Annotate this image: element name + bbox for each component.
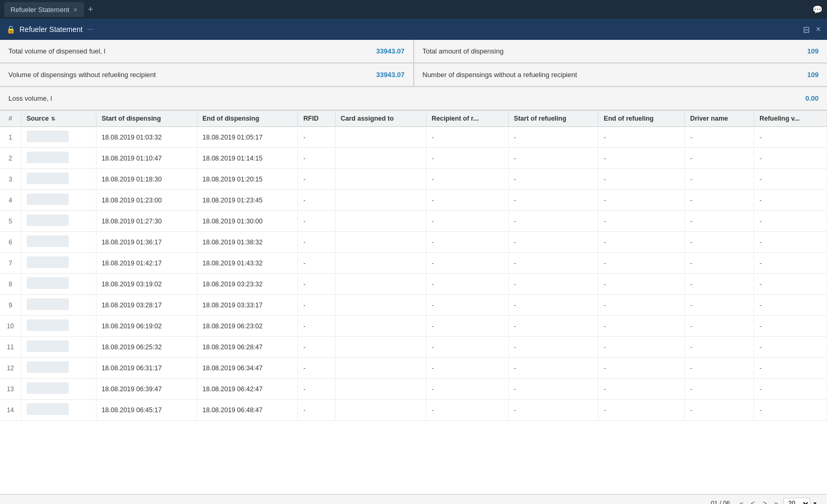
table-row: 6 18.08.2019 01:36:17 18.08.2019 01:38:3… (0, 232, 827, 253)
row-source (21, 127, 96, 148)
row-end-dispensing: 18.08.2019 03:33:17 (197, 295, 298, 316)
app-badge (87, 29, 93, 30)
row-source (21, 400, 96, 421)
row-end-dispensing: 18.08.2019 01:23:45 (197, 190, 298, 211)
row-driver-name: - (684, 400, 754, 421)
row-rfid: - (298, 253, 335, 274)
number-no-recipient-label: Number of dispensings without a refuelin… (423, 71, 577, 79)
volume-no-recipient-value: 33943.07 (376, 71, 404, 79)
row-recipient: - (426, 274, 509, 295)
source-col-label: Source (27, 115, 49, 122)
prev-page-button[interactable]: < (749, 498, 757, 505)
row-driver-name: - (684, 274, 754, 295)
row-start-dispensing: 18.08.2019 01:23:00 (96, 190, 197, 211)
row-recipient: - (426, 169, 509, 190)
volume-no-recipient-label: Volume of dispensings without refueling … (8, 71, 156, 79)
row-end-dispensing: 18.08.2019 06:34:47 (197, 358, 298, 379)
row-card-assigned (335, 295, 426, 316)
row-end-refueling: - (598, 127, 685, 148)
row-start-refueling: - (508, 316, 598, 337)
table-row: 7 18.08.2019 01:42:17 18.08.2019 01:43:3… (0, 253, 827, 274)
row-card-assigned (335, 190, 426, 211)
row-recipient: - (426, 148, 509, 169)
row-source (21, 316, 96, 337)
table-row: 3 18.08.2019 01:18:30 18.08.2019 01:20:1… (0, 169, 827, 190)
row-source (21, 232, 96, 253)
data-table-container[interactable]: # Source ⇅ Start of dispensing End of di… (0, 111, 827, 494)
row-source (21, 295, 96, 316)
row-recipient: - (426, 295, 509, 316)
row-recipient: - (426, 127, 509, 148)
row-start-refueling: - (508, 295, 598, 316)
row-driver-name: - (684, 190, 754, 211)
row-end-refueling: - (598, 253, 685, 274)
row-end-dispensing: 18.08.2019 06:42:47 (197, 379, 298, 400)
tab-title: Refueler Statement (10, 6, 69, 14)
table-row: 13 18.08.2019 06:39:47 18.08.2019 06:42:… (0, 379, 827, 400)
row-card-assigned (335, 400, 426, 421)
row-card-assigned (335, 232, 426, 253)
per-page-select[interactable]: 20 50 100 (783, 498, 810, 505)
row-driver-name: - (684, 358, 754, 379)
dropdown-icon: ▾ (813, 500, 817, 505)
row-driver-name: - (684, 127, 754, 148)
row-end-refueling: - (598, 400, 685, 421)
row-end-refueling: - (598, 337, 685, 358)
window-close-icon[interactable]: × (816, 25, 821, 34)
last-page-button[interactable]: » (772, 498, 780, 505)
row-refueling-v: - (754, 316, 827, 337)
lock-icon: 🔒 (6, 25, 15, 34)
title-bar: Refueler Statement × + 💬 (0, 0, 827, 19)
row-refueling-v: - (754, 274, 827, 295)
row-rfid: - (298, 211, 335, 232)
row-rfid: - (298, 127, 335, 148)
number-no-recipient-value: 109 (807, 71, 819, 79)
row-end-refueling: - (598, 148, 685, 169)
table-row: 1 18.08.2019 01:03:32 18.08.2019 01:05:1… (0, 127, 827, 148)
row-end-dispensing: 18.08.2019 01:14:15 (197, 148, 298, 169)
total-amount-value: 109 (807, 47, 819, 55)
row-end-refueling: - (598, 274, 685, 295)
browser-tab[interactable]: Refueler Statement × (4, 2, 84, 17)
app-title: Refueler Statement (19, 25, 83, 34)
row-start-refueling: - (508, 169, 598, 190)
col-rfid: RFID (298, 111, 335, 127)
row-rfid: - (298, 337, 335, 358)
col-card-assigned: Card assigned to (335, 111, 426, 127)
row-source (21, 190, 96, 211)
table-header-row: # Source ⇅ Start of dispensing End of di… (0, 111, 827, 127)
row-start-refueling: - (508, 127, 598, 148)
new-tab-button[interactable]: + (88, 4, 94, 15)
row-end-dispensing: 18.08.2019 01:20:15 (197, 169, 298, 190)
col-source[interactable]: Source ⇅ (21, 111, 96, 127)
col-num: # (0, 111, 21, 127)
browser-controls: 💬 (812, 5, 823, 15)
row-source (21, 169, 96, 190)
row-refueling-v: - (754, 295, 827, 316)
row-card-assigned (335, 127, 426, 148)
row-end-dispensing: 18.08.2019 03:23:32 (197, 274, 298, 295)
row-refueling-v: - (754, 190, 827, 211)
pagination-bar: 01 / 06 « < > » 20 50 100 ▾ (0, 494, 827, 504)
first-page-button[interactable]: « (737, 498, 746, 505)
row-num: 14 (0, 400, 21, 421)
close-tab-icon[interactable]: × (73, 6, 78, 14)
table-row: 12 18.08.2019 06:31:17 18.08.2019 06:34:… (0, 358, 827, 379)
row-recipient: - (426, 253, 509, 274)
window-minimize-icon[interactable]: ⊟ (803, 25, 810, 35)
row-start-dispensing: 18.08.2019 01:03:32 (96, 127, 197, 148)
next-page-button[interactable]: > (760, 498, 769, 505)
row-rfid: - (298, 400, 335, 421)
loss-volume-label: Loss volume, l (8, 94, 52, 102)
total-amount-label: Total amount of dispensing (423, 47, 504, 55)
row-num: 13 (0, 379, 21, 400)
row-start-refueling: - (508, 358, 598, 379)
table-row: 14 18.08.2019 06:45:17 18.08.2019 06:48:… (0, 400, 827, 421)
row-card-assigned (335, 274, 426, 295)
row-start-dispensing: 18.08.2019 06:45:17 (96, 400, 197, 421)
row-driver-name: - (684, 295, 754, 316)
row-num: 2 (0, 148, 21, 169)
row-refueling-v: - (754, 337, 827, 358)
row-refueling-v: - (754, 253, 827, 274)
row-num: 1 (0, 127, 21, 148)
